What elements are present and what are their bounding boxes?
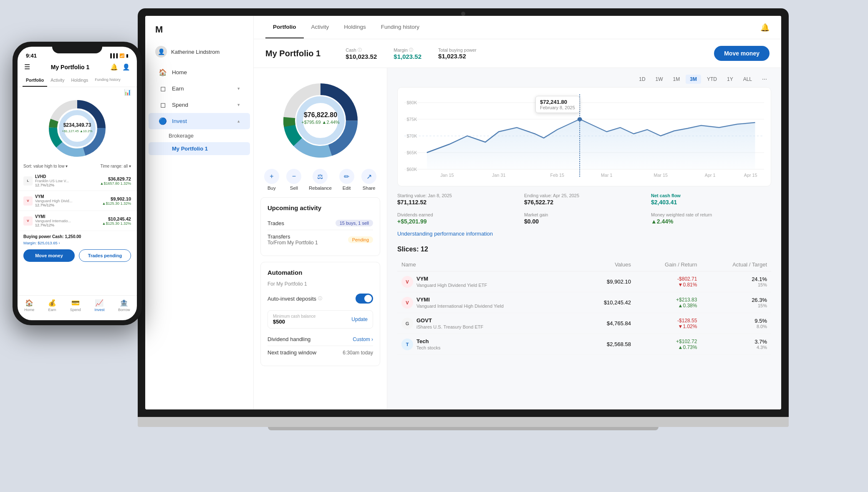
phone-tab-funding[interactable]: Funding history — [91, 74, 124, 87]
target-pct: 4.3% — [705, 345, 767, 350]
update-button[interactable]: Update — [351, 316, 368, 322]
holding-name: Vanguard High Dividend Yield ETF — [416, 283, 487, 288]
actual-pct: 24.1% — [705, 276, 767, 282]
user-avatar: 👤 — [155, 46, 167, 58]
period-all[interactable]: ALL — [739, 75, 756, 84]
sidebar-sub-brokerage[interactable]: Brokerage — [145, 129, 253, 142]
app-logo: M — [145, 16, 253, 42]
cashflow-label: Net cash flow — [651, 193, 771, 198]
dividend-label: Dividend handling — [267, 336, 310, 342]
rebalance-icon: ⚖ — [313, 169, 328, 184]
buy-button[interactable]: + Buy — [264, 169, 279, 191]
phone-bell-icon[interactable]: 🔔 — [110, 63, 118, 71]
auto-invest-toggle[interactable] — [356, 294, 373, 304]
table-row: G GOVT iShares U.S. Treasury Bond ETF $4… — [397, 313, 771, 334]
period-1m[interactable]: 1M — [669, 75, 684, 84]
holding-ticker: VYM — [416, 276, 487, 282]
portfolio-chart: $80K $75K $70K $65K $60K — [397, 87, 771, 186]
phone-nav-home[interactable]: 🏠 Home — [24, 299, 34, 312]
phone-holding-right: $36,829.72 ▲$1657.80 1.32% — [100, 176, 131, 186]
dividend-row: Dividend handling Custom › — [267, 333, 373, 346]
phone-nav-earn[interactable]: 💰 Earn — [48, 299, 56, 312]
phone-tab-activity[interactable]: Activity — [47, 74, 68, 87]
chart-icon[interactable]: 📊 — [124, 89, 131, 95]
sort-label[interactable]: Sort: value high to low ▾ — [23, 164, 68, 168]
period-1y[interactable]: 1Y — [723, 75, 737, 84]
share-button[interactable]: ↗ Share — [361, 169, 376, 191]
svg-text:Apr 15: Apr 15 — [744, 173, 757, 178]
chevron-down-icon: ▾ — [237, 86, 240, 91]
dividend-value[interactable]: Custom › — [353, 336, 373, 342]
move-money-button[interactable]: Move money — [714, 46, 770, 61]
actual-pct: 3.7% — [705, 339, 767, 345]
period-more[interactable]: ⋯ — [758, 75, 771, 84]
home-nav-icon: 🏠 — [25, 299, 33, 307]
gain-amount: -$802.71 — [639, 276, 697, 282]
info-icon: ⓘ — [409, 47, 413, 53]
period-1w[interactable]: 1W — [651, 75, 667, 84]
cash-metric: Cash ⓘ $10,023.52 — [346, 47, 377, 60]
phone-tab-portfolio[interactable]: Portfolio — [23, 74, 47, 87]
holding-name: Vanguard International High Dividend Yie… — [416, 304, 504, 309]
laptop-screen: M 👤 Katherine Lindstrom 🏠 Home ◻ Earn ▾ … — [145, 16, 781, 409]
sidebar-item-spend[interactable]: ◻ Spend ▾ — [149, 97, 250, 113]
holding-cell: V VYMI Vanguard International High Divid… — [397, 292, 577, 313]
understanding-link[interactable]: Understanding performance information — [397, 231, 493, 237]
rebalance-button[interactable]: ⚖ Rebalance — [309, 169, 332, 191]
holding-ticker: GOVT — [416, 317, 483, 324]
signal-icon: ▐▐▐ — [109, 53, 118, 58]
slices-title: Slices: 12 — [397, 246, 771, 253]
gain-amount: +$102.72 — [639, 339, 697, 344]
svg-text:$76,822.80: $76,822.80 — [303, 111, 337, 118]
cash-balance-row: Minimum cash balance $500 Update — [267, 310, 373, 329]
phone-trades-button[interactable]: Trades pending — [79, 249, 131, 262]
col-values: Values — [577, 258, 635, 271]
invest-nav-icon: 📈 — [95, 299, 103, 307]
sell-button[interactable]: − Sell — [286, 169, 301, 191]
phone-nav-spend[interactable]: 💳 Spend — [70, 299, 81, 312]
tab-activity[interactable]: Activity — [304, 16, 337, 38]
phone-move-money-button[interactable]: Move money — [23, 249, 75, 262]
desktop-sidebar: M 👤 Katherine Lindstrom 🏠 Home ◻ Earn ▾ … — [145, 16, 254, 409]
username: Katherine Lindstrom — [171, 49, 220, 55]
sidebar-item-label: Home — [172, 69, 187, 75]
performance-stats: Starting value: Jan 8, 2025 $71,112.52 E… — [397, 193, 771, 225]
tab-portfolio[interactable]: Portfolio — [265, 16, 304, 38]
margin-link[interactable]: Margin: $25,013.65 › — [23, 241, 60, 245]
phone-user-icon[interactable]: 👤 — [122, 63, 130, 71]
phone-nav-invest[interactable]: 📈 Invest — [94, 299, 104, 312]
period-3m[interactable]: 3M — [686, 75, 701, 84]
invest-icon: 🔵 — [159, 117, 167, 125]
sidebar-item-label: Invest — [172, 118, 187, 124]
period-ytd[interactable]: YTD — [703, 75, 721, 84]
market-label: Market gain — [524, 212, 644, 217]
holding-actual-target: 24.1% 15% — [701, 271, 771, 292]
sidebar-sub-portfolio1[interactable]: My Portfolio 1 — [149, 142, 250, 155]
period-1d[interactable]: 1D — [635, 75, 649, 84]
buying-power-value: $1,023.52 — [438, 53, 477, 60]
phone-tab-holdings[interactable]: Holdings — [68, 74, 91, 87]
phone-holding-info: VYM Vanguard High Divid... 12.7%/12% — [35, 194, 72, 207]
hamburger-icon[interactable]: ☰ — [24, 63, 30, 71]
auto-invest-row: Auto-invest deposits ⓘ — [267, 291, 373, 306]
holding-gain: -$802.71 ▼0.81% — [635, 271, 701, 292]
transfers-row: Transfers To/From My Portfolio 1 Pending — [267, 230, 373, 249]
sidebar-item-label: Earn — [172, 85, 184, 92]
sidebar-item-home[interactable]: 🏠 Home — [149, 64, 250, 80]
phone-nav-borrow[interactable]: 🏦 Borrow — [118, 299, 130, 312]
svg-text:Jan 31: Jan 31 — [492, 173, 506, 178]
holding-gain: -$128.55 ▼1.02% — [635, 313, 701, 334]
sidebar-item-earn[interactable]: ◻ Earn ▾ — [149, 80, 250, 97]
trades-label: Trades — [267, 220, 284, 226]
auto-invest-label: Auto-invest deposits ⓘ — [267, 296, 322, 302]
holding-icon: V — [401, 297, 413, 309]
tab-funding-history[interactable]: Funding history — [373, 16, 427, 38]
tab-holdings[interactable]: Holdings — [336, 16, 373, 38]
holding-actual-target: 3.7% 4.3% — [701, 334, 771, 355]
table-row: V VYM Vanguard High Dividend Yield ETF $… — [397, 271, 771, 292]
time-range-label[interactable]: Time range: all ▾ — [100, 164, 131, 168]
bell-icon[interactable]: 🔔 — [760, 23, 770, 32]
edit-button[interactable]: ✏ Edit — [339, 169, 354, 191]
sidebar-item-invest[interactable]: 🔵 Invest ▴ — [149, 113, 250, 129]
desktop-main: Portfolio Activity Holdings Funding hist… — [254, 16, 781, 409]
